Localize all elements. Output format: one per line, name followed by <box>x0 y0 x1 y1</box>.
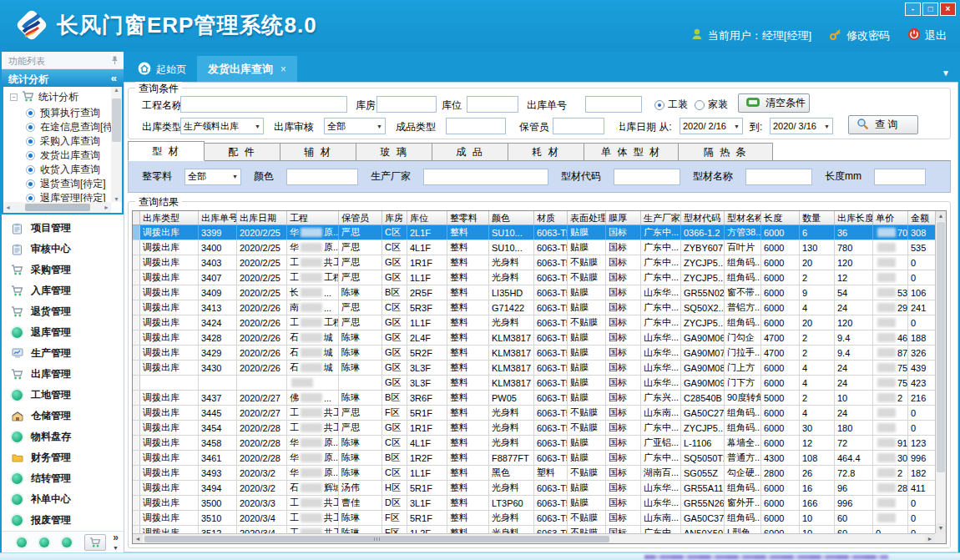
order-no-input[interactable] <box>585 96 642 113</box>
material-tab-6[interactable]: 耗 材 <box>508 143 584 161</box>
sidebar-item-财务管理[interactable]: 财务管理 <box>2 447 124 468</box>
tab-close-icon[interactable]: × <box>280 63 286 75</box>
warehouse-input[interactable] <box>376 96 437 113</box>
material-tab-8[interactable]: 隔 热 条 <box>678 143 773 161</box>
search-button[interactable]: 查 询 <box>848 115 918 134</box>
column-header[interactable]: 生产厂家 <box>641 211 681 225</box>
scroll-down-icon[interactable]: ▼ <box>111 196 122 202</box>
tab-home[interactable]: 起始页 <box>127 57 197 82</box>
tree-hscroll-thumb[interactable] <box>25 204 90 211</box>
table-row[interactable]: 调拨出库34242020/2/26工工程严思G区1L1F整料光身料6063-T5… <box>133 315 935 330</box>
date-to-picker[interactable]: 2020/ 3/16 ▼ <box>770 118 833 134</box>
table-row[interactable]: 调拨出库34302020/2/26石城陈琳G区3L3F整料KLM38176063… <box>133 361 935 376</box>
pin-icon[interactable] <box>111 55 119 67</box>
tree-item[interactable]: 退货查询[待定] <box>3 177 122 191</box>
sidebar-item-报废管理[interactable]: 报废管理 <box>2 510 124 531</box>
sidebar-item-出库管理[interactable]: 出库管理 <box>2 364 124 385</box>
sidebar-item-退货管理[interactable]: 退货管理 <box>2 301 124 322</box>
change-password-button[interactable]: 修改密码 <box>829 28 890 43</box>
tree-item[interactable]: 预算执行查询 <box>3 106 122 120</box>
scroll-right-icon[interactable]: ► <box>104 204 109 210</box>
table-row[interactable]: 调拨出库34542020/2/28工共工程严思G区1R1F整料光身料6063-T… <box>133 421 935 436</box>
profile-name-input[interactable] <box>745 169 812 185</box>
color-input[interactable] <box>286 169 358 185</box>
scroll-left-icon[interactable]: ◄ <box>5 204 11 210</box>
collapse-icon[interactable]: « <box>111 72 117 84</box>
column-header[interactable]: 出库长度 <box>835 211 873 225</box>
column-header[interactable]: 保管员 <box>339 211 382 225</box>
dot-icon[interactable] <box>62 537 72 547</box>
tab-overflow-icon[interactable]: ▼ <box>942 68 950 78</box>
table-row[interactable]: 调拨出库35122020/3/4工共工程陈琳F区1L2F整料光身料6063-T5… <box>133 526 935 533</box>
material-tab-3[interactable]: 辅 材 <box>280 143 356 161</box>
table-row[interactable]: 调拨出库34292020/2/26石城陈琳G区5R2F整料KLM38176063… <box>133 346 935 361</box>
length-input[interactable] <box>874 169 926 185</box>
column-header[interactable]: 库位 <box>407 211 447 225</box>
product-type-input[interactable] <box>446 118 506 134</box>
sidebar-item-生产管理[interactable]: 生产管理 <box>2 343 124 364</box>
table-row[interactable]: 调拨出库34132020/2/26南...严思C区5R3F整料G71422606… <box>133 300 935 315</box>
tree-vscroll-thumb[interactable] <box>112 98 121 142</box>
column-header[interactable]: 出库单号 <box>199 211 237 225</box>
column-header[interactable]: 材质 <box>534 211 568 225</box>
tree-item[interactable]: 收货入库查询 <box>3 163 122 177</box>
scroll-right-icon[interactable]: ► <box>925 534 935 543</box>
scroll-up-icon[interactable]: ▲ <box>111 87 122 93</box>
tab-shipping-query[interactable]: 发货出库查询 × <box>197 56 297 82</box>
column-header[interactable]: 颜色 <box>489 211 534 225</box>
column-header[interactable]: 单价 <box>873 211 908 225</box>
cart-shortcut-button[interactable] <box>84 534 106 551</box>
project-name-input[interactable] <box>180 96 347 113</box>
column-header[interactable]: 数量 <box>800 211 835 225</box>
table-row[interactable]: 调拨出库34932020/3/2华原...陈琳C区1L1F整料黑色塑料不贴膜国标… <box>133 466 935 481</box>
dot-icon[interactable] <box>39 537 49 547</box>
tree-expander-icon[interactable]: − <box>10 93 18 101</box>
audit-dropdown[interactable]: 全部 ▼ <box>324 118 386 134</box>
grid-hscroll-thumb[interactable] <box>144 536 609 542</box>
table-row[interactable]: 调拨出库34072020/2/25工工程严思G区1L1F整料光身料6063-T5… <box>133 270 935 285</box>
column-header[interactable]: 表面处理 <box>568 211 606 225</box>
tree-item[interactable]: 在途信息查询[待 <box>3 120 122 134</box>
table-row[interactable]: 调拨出库35102020/3/4工共工程陈琳F区5R1F整料光身料6063-T5… <box>133 511 935 526</box>
table-row[interactable]: 调拨出库34612020/2/28华原...陈琳B区1R2F整料F8877FT6… <box>133 451 935 466</box>
table-row[interactable]: G区3L3F整料KLM38176063-T5贴膜国标山东华...GA90M09.… <box>133 376 935 391</box>
table-row[interactable]: 调拨出库34582020/2/28华原...陈琳C区4L1F整料光身料6063-… <box>133 436 935 451</box>
stats-section-header[interactable]: 统计分析 « <box>2 69 124 88</box>
column-header[interactable]: 长度 <box>761 211 800 225</box>
outbound-type-dropdown[interactable]: 生产领料出库 ▼ <box>180 118 264 134</box>
column-header[interactable]: 出库类型 <box>140 211 199 225</box>
factory-input[interactable] <box>423 169 548 185</box>
table-row[interactable]: 调拨出库34092020/2/25长...陈琳B区2R5F整料LI35HD606… <box>133 285 935 300</box>
tree-horizontal-scrollbar[interactable]: ◄ ► <box>3 202 111 213</box>
clear-conditions-button[interactable]: 清空条件 <box>738 93 810 113</box>
sidebar-item-审核中心[interactable]: 审核中心 <box>2 239 124 260</box>
table-row[interactable]: 调拨出库34942020/3/2石辉城汤伟H区5R1F整料光身料6063-T5贴… <box>133 481 935 496</box>
material-tab-7[interactable]: 单 体 型 材 <box>584 143 679 161</box>
table-row[interactable]: 调拨出库34372020/2/27佛...陈琳B区3R6F整料PW056063-… <box>133 391 935 406</box>
table-row[interactable]: 调拨出库34452020/2/27工共工程严思F区5R1F整料光身料6063-T… <box>133 406 935 421</box>
table-row[interactable]: 调拨出库35002020/3/3工共工程曹佳D区3L1F整料LT3P606063… <box>133 496 935 511</box>
table-row[interactable]: 调拨出库34002020/2/25华原...严思C区4L1F整料SU10...6… <box>133 240 935 255</box>
minimize-button[interactable]: - <box>905 3 921 16</box>
table-row[interactable]: 调拨出库33992020/2/25华原...严思C区2L1F整料SU10...6… <box>133 225 935 240</box>
column-header[interactable]: 整零料 <box>447 211 489 225</box>
radio-jiazhuang[interactable]: 家装 <box>695 98 728 112</box>
material-tab-5[interactable]: 成 品 <box>432 143 508 161</box>
tree-vertical-scrollbar[interactable]: ▲ ▼ <box>111 87 122 202</box>
table-row[interactable]: 调拨出库34282020/2/26石城陈琳G区2L4F整料KLM38176063… <box>133 330 935 346</box>
sidebar-item-补单中心[interactable]: 补单中心 <box>2 489 124 510</box>
column-header[interactable]: 工程 <box>287 211 339 225</box>
sidebar-item-项目管理[interactable]: 项目管理 <box>2 218 124 239</box>
column-header[interactable]: 库房 <box>382 211 407 225</box>
material-tab-2[interactable]: 配 件 <box>204 143 280 161</box>
grid-vertical-scrollbar[interactable]: ▲ ▼ <box>935 211 946 533</box>
column-header[interactable]: 金额 <box>908 211 935 225</box>
column-header[interactable]: 型材代码 <box>681 211 725 225</box>
sidebar-item-结转管理[interactable]: 结转管理 <box>2 468 124 489</box>
radio-gongzhuang[interactable]: 工装 <box>654 98 688 112</box>
logout-button[interactable]: 退出 <box>907 28 947 43</box>
sidebar-item-仓储管理[interactable]: 仓储管理 <box>2 406 124 426</box>
scroll-left-icon[interactable]: ◄ <box>133 534 143 543</box>
maximize-button[interactable]: □ <box>922 3 938 16</box>
chevron-more-icon[interactable]: »▼ <box>113 533 119 552</box>
